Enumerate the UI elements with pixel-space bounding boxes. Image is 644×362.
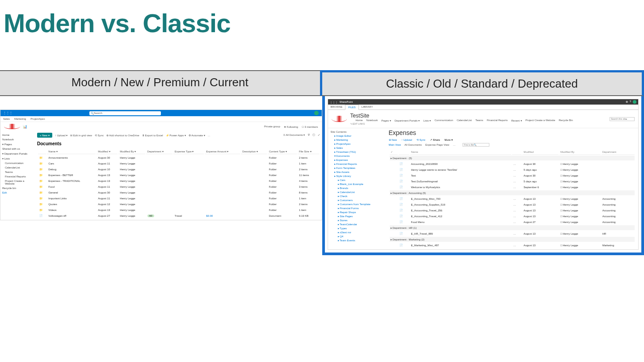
search-input[interactable]: Search this site ▸	[610, 117, 635, 121]
ribbon-tab-browse[interactable]: BROWSE	[328, 105, 345, 109]
nav-item[interactable]: ▸ CalendarList	[331, 190, 383, 194]
table-row[interactable]: 📄Accounting_20210830…August 30□ Henry Le…	[390, 161, 635, 166]
table-row[interactable]: 📁FoodAugust 11Henry LeggeFolder3 items	[38, 184, 319, 189]
column-header[interactable]: Name	[410, 149, 512, 155]
nav-item[interactable]: ▸ TeamCalendar	[331, 222, 383, 226]
table-row[interactable]: 📄Welcome to MyAnalytics…September 6□ Hen…	[390, 185, 635, 189]
table-row[interactable]: 📄Volkswagen.tiffAugust 27Henry LeggeHRTr…	[38, 213, 319, 218]
nav-item[interactable]: ▸ Form Templates	[331, 166, 383, 170]
table-row[interactable]: 📄E_Accounting_Misc_700…August 13□ Henry …	[390, 196, 635, 201]
site-logo[interactable]	[332, 116, 347, 122]
nav-item[interactable]: ▸ Image Editor	[331, 134, 383, 138]
table-row[interactable]: 📄Food Menu…August 27□ Henry LeggeAccount…	[390, 219, 635, 224]
site-logo[interactable]	[4, 124, 20, 129]
nav-item[interactable]: Teams	[2, 170, 34, 174]
nav-item[interactable]: ▸ Site Assets	[331, 170, 383, 174]
nav-item[interactable]: ▸ Check	[331, 194, 383, 198]
column-header[interactable]: Department ▾	[146, 149, 173, 154]
table-row[interactable]: 📁CarsAugust 11Henry LeggeFolder1 item	[38, 161, 319, 166]
hub-tab[interactable]: ProjectApex	[30, 118, 45, 120]
topnav-item[interactable]: Communication	[434, 119, 453, 122]
export-button[interactable]: ⬇ Export to Excel	[142, 134, 163, 137]
table-row[interactable]: 📁QuotesAugust 12Henry LeggeFolder2 items	[38, 202, 319, 206]
nav-item[interactable]: ▸ Timesheet (TS1)	[331, 150, 383, 154]
nav-item[interactable]: ▸ Brands	[331, 186, 383, 190]
sync-button[interactable]: ⟲ Sync	[417, 138, 425, 141]
nav-item[interactable]: ▸ Blank_List Example	[331, 182, 383, 186]
topnav-item[interactable]: Home	[356, 119, 363, 122]
view-switcher[interactable]: ≡ All Documents ▾	[283, 133, 305, 137]
column-header[interactable]: Name ▾	[47, 149, 96, 154]
hub-tab[interactable]: Marketing	[14, 118, 26, 120]
nav-item[interactable]: ▸ Cars	[331, 178, 383, 182]
members-count[interactable]: ⚇ 3 members	[302, 125, 318, 128]
nav-item[interactable]: Project Create a Website	[2, 179, 34, 186]
overflow-button[interactable]: …	[208, 134, 210, 137]
column-header[interactable]: Description ▾	[241, 149, 266, 154]
group-header-row[interactable]: ▸ Department : Marketing (2)	[390, 237, 635, 242]
nav-item[interactable]: ▸ ProjectApex	[331, 142, 383, 146]
column-header[interactable]	[38, 149, 46, 154]
topnav-item[interactable]: Teams	[476, 119, 484, 122]
table-row[interactable]: 📄E_Marketing_Misc_487…August 13□ Henry L…	[390, 243, 635, 248]
topnav-item[interactable]: Project Create a Website	[526, 119, 556, 122]
column-header[interactable]: Content Type ▾	[268, 149, 297, 154]
nav-item[interactable]: ▸ Site Pages	[331, 214, 383, 218]
avatar[interactable]	[633, 100, 636, 104]
table-row[interactable]: 📁Important LinksAugust 11Henry LeggeFold…	[38, 196, 319, 201]
table-row[interactable]: 📄E_Accounting_Supplies_519…August 13□ He…	[390, 202, 635, 207]
follow-button[interactable]: ★ Following	[284, 125, 298, 128]
nav-item[interactable]: Notebook	[2, 137, 34, 142]
nav-item[interactable]: ▾ Pages	[2, 142, 34, 147]
column-header[interactable]	[399, 149, 409, 155]
nav-item[interactable]: ▸ Financial Forms	[331, 206, 383, 210]
group-header-row[interactable]: ▸ Department : Accounting (5)	[390, 190, 635, 195]
find-file-input[interactable]: Find a file 🔍	[463, 143, 489, 147]
nav-item[interactable]: ▸ Financial Reports	[331, 162, 383, 166]
search-input[interactable]: 🔍 Search	[89, 111, 161, 115]
new-button[interactable]: ⊕ New	[389, 138, 397, 141]
table-row[interactable]: 📁GeneralAugust 30Henry LeggeFolder8 item…	[38, 190, 319, 195]
site-title[interactable]: TestSite	[350, 113, 573, 119]
nav-item[interactable]: ▸ Style Library	[331, 174, 383, 178]
column-header[interactable]: Department	[602, 149, 635, 155]
column-header[interactable]	[512, 149, 522, 155]
nav-item[interactable]: Edit	[2, 190, 34, 195]
nav-item[interactable]: ▸ Stores	[331, 218, 383, 222]
column-header[interactable]: File Size ▾	[298, 149, 319, 154]
column-header[interactable]: Expense Amount ▾	[205, 149, 240, 154]
table-row[interactable]: 📄Test…August 30□ Henry Legge	[390, 173, 635, 178]
table-row[interactable]: 📁Expenses - TRADITIONALAugust 13Henry Le…	[38, 178, 319, 183]
upload-button[interactable]: ↑ Upload	[401, 139, 412, 141]
table-row[interactable]: 📁Expenses - BETTERAugust 13Henry LeggeFo…	[38, 173, 319, 177]
topnav-item[interactable]: Recent ▾	[511, 119, 522, 122]
sync-button[interactable]: ⟲ Sync	[95, 134, 104, 137]
nav-item[interactable]: Home	[2, 133, 34, 137]
more-button[interactable]: More ▾	[445, 138, 453, 141]
avatar[interactable]	[314, 111, 319, 115]
table-row[interactable]: 📄Test.DoSomethingmail…5 days ago□ Henry …	[390, 179, 635, 184]
nav-item[interactable]: CalendarList	[2, 165, 34, 170]
column-header[interactable]: Modified ▾	[97, 149, 118, 154]
nav-item[interactable]: ▸ Sales	[331, 146, 383, 150]
nav-item[interactable]: ▸ Repair Shops	[331, 210, 383, 214]
topnav-item[interactable]: Lists ▾	[423, 119, 431, 122]
upload-button[interactable]: ↑ Upload ▾	[55, 134, 67, 137]
table-row[interactable]: 📄E_Accounting_Travel_412…August 13□ Henr…	[390, 214, 635, 219]
shortcut-button[interactable]: ⊕ Add shortcut to OneDrive	[106, 134, 139, 137]
nav-item[interactable]: ▸ Expenses	[331, 158, 383, 162]
powerapps-button[interactable]: ⚡ Power Apps ▾	[166, 134, 186, 137]
help-icon[interactable]: ?	[630, 100, 631, 104]
info-icon[interactable]: ⓘ	[312, 133, 315, 137]
view-tab[interactable]: All Documents	[404, 143, 422, 146]
nav-item[interactable]: ▾ Documents	[331, 154, 383, 158]
nav-item[interactable]: ▸ Customers from Template	[331, 202, 383, 206]
topnav-item[interactable]: Financial Reports	[487, 119, 508, 122]
expand-icon[interactable]: ⤢	[318, 133, 320, 137]
table-row[interactable]: 📁AnnouncementsAugust 30Henry LeggeFolder…	[38, 155, 319, 160]
gear-icon[interactable]: ⚙	[626, 100, 628, 104]
nav-item[interactable]: ▸ Marketing	[331, 138, 383, 142]
nav-item[interactable]: ▸ Customers	[331, 198, 383, 202]
column-header[interactable]: Modified	[522, 149, 559, 155]
nav-item[interactable]: ▾ Lists	[2, 156, 34, 161]
